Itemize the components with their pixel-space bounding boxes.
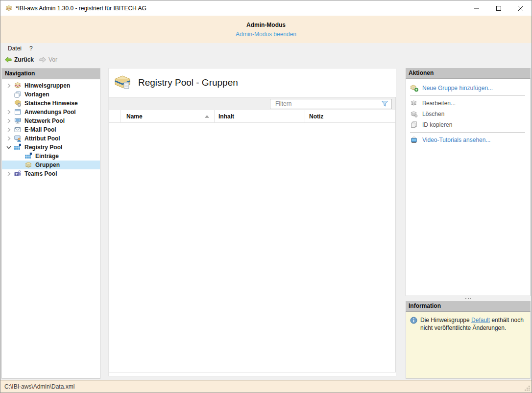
attribute-pool-icon: [14, 135, 22, 142]
minimize-icon: [474, 6, 479, 11]
admin-mode-title: Admin-Modus: [246, 22, 286, 28]
admin-mode-exit-link[interactable]: Admin-Modus beenden: [236, 31, 296, 38]
sort-ascending-icon: [205, 115, 209, 118]
information-header: Information: [406, 301, 531, 312]
minimize-button[interactable]: [465, 0, 487, 16]
titlebar: *IBI-aws Admin 1.30.0 - registriert für …: [0, 0, 532, 16]
nav-item-hinweisgruppen[interactable]: Hinweisgruppen: [2, 81, 100, 90]
default-group-link[interactable]: Default: [471, 317, 490, 324]
panel-splitter-handle[interactable]: [406, 296, 531, 301]
maximize-button[interactable]: [487, 0, 509, 16]
app-window: *IBI-aws Admin 1.30.0 - registriert für …: [0, 0, 532, 393]
nav-item-registry-pool[interactable]: Registry Pool: [2, 143, 100, 152]
action-label: Bearbeiten...: [422, 100, 456, 107]
nav-item-eintraege[interactable]: Einträge: [2, 152, 100, 161]
teams-pool-icon: [14, 170, 22, 178]
nav-item-attribut-pool[interactable]: Attribut Pool: [2, 134, 100, 143]
actions-separator: [410, 95, 525, 96]
nav-item-statische-hinweise[interactable]: Statische Hinweise: [2, 99, 100, 108]
add-group-icon: [410, 84, 418, 92]
column-header-name[interactable]: Name: [121, 110, 215, 122]
information-message: Die Hinweisgruppe Default enthält noch n…: [420, 316, 526, 374]
data-file-path: C:\IBI-aws\Admin\Data.xml: [4, 383, 74, 390]
menu-datei[interactable]: Datei: [4, 44, 25, 53]
chevron-right-icon[interactable]: [4, 135, 14, 142]
content-area: Navigation Hinweisgruppen: [0, 66, 532, 380]
email-pool-icon: [14, 126, 22, 134]
menu-help[interactable]: ?: [25, 44, 37, 53]
nav-item-label: Registry Pool: [24, 144, 62, 151]
registry-pool-icon: [14, 143, 22, 151]
column-label: Notiz: [309, 113, 323, 120]
registry-groups-icon: [114, 75, 131, 91]
forward-label: Vor: [48, 56, 57, 63]
nav-item-label: Anwendungs Pool: [24, 109, 76, 116]
action-edit[interactable]: Bearbeiten...: [406, 98, 530, 109]
nav-item-label: Statische Hinweise: [24, 100, 78, 107]
actions-separator: [410, 132, 525, 133]
back-button[interactable]: Zurück: [3, 55, 35, 64]
chevron-down-icon[interactable]: [4, 143, 14, 151]
information-panel: Die Hinweisgruppe Default enthält noch n…: [406, 312, 531, 379]
video-tutorials-icon: [410, 136, 418, 144]
nav-item-label: Attribut Pool: [24, 135, 60, 142]
delete-group-icon: [410, 110, 418, 118]
chevron-right-icon[interactable]: [4, 170, 14, 178]
copy-id-icon: [410, 121, 418, 129]
action-video-tutorials[interactable]: Video-Tutorials ansehen...: [406, 135, 530, 145]
nav-item-vorlagen[interactable]: Vorlagen: [2, 90, 100, 99]
edit-group-icon: [410, 99, 418, 107]
nav-item-email-pool[interactable]: E-Mail Pool: [2, 125, 100, 134]
nav-item-anwendungs-pool[interactable]: Anwendungs Pool: [2, 108, 100, 116]
action-copy-id[interactable]: ID kopieren: [406, 119, 530, 130]
navigation-tree: Hinweisgruppen Vorlagen: [2, 79, 100, 178]
static-hints-icon: [14, 99, 22, 107]
chevron-right-icon[interactable]: [4, 108, 14, 116]
close-button[interactable]: [509, 0, 532, 16]
info-icon: [410, 317, 417, 324]
admin-mode-banner: Admin-Modus Admin-Modus beenden: [0, 16, 532, 43]
info-text-before: Die Hinweisgruppe: [420, 317, 471, 324]
nav-item-teams-pool[interactable]: Teams Pool: [2, 169, 100, 178]
action-add-group[interactable]: Neue Gruppe hinzufügen...: [406, 83, 530, 93]
column-header-notiz[interactable]: Notiz: [305, 110, 395, 122]
filter-row: [109, 97, 395, 110]
chevron-right-icon[interactable]: [4, 82, 14, 90]
table-body-empty[interactable]: [109, 123, 395, 372]
chevron-right-icon[interactable]: [4, 117, 14, 125]
nav-item-gruppen[interactable]: Gruppen: [2, 161, 100, 169]
forward-button[interactable]: Vor: [37, 55, 59, 64]
expander-spacer: [4, 99, 14, 107]
resize-grip[interactable]: [524, 385, 531, 392]
close-icon: [518, 6, 523, 11]
action-label: Löschen: [422, 111, 444, 117]
hint-groups-icon: [14, 82, 22, 90]
filter-input[interactable]: [270, 100, 381, 107]
nav-item-netzwerk-pool[interactable]: Netzwerk Pool: [2, 116, 100, 125]
action-label: Video-Tutorials ansehen...: [422, 137, 490, 143]
network-pool-icon: [14, 117, 22, 125]
navigation-panel: Navigation Hinweisgruppen: [1, 68, 100, 379]
nav-item-label: Vorlagen: [24, 91, 49, 98]
column-header-spacer: [109, 110, 121, 122]
app-logo-icon: [5, 4, 13, 12]
table-header: Name Inhalt Notiz: [109, 110, 395, 123]
action-delete[interactable]: Löschen: [406, 109, 530, 119]
filter-funnel-icon[interactable]: [381, 100, 388, 107]
nav-item-label: Netzwerk Pool: [24, 117, 65, 124]
toolbar: Zurück Vor: [0, 53, 532, 66]
filter-box: [270, 99, 392, 109]
navigation-header: Navigation: [2, 69, 100, 79]
main-panel: Registry Pool - Gruppen Name: [108, 68, 396, 376]
maximize-icon: [496, 6, 501, 11]
actions-panel: Neue Gruppe hinzufügen... Bearbeiten...: [406, 79, 531, 296]
arrow-left-icon: [4, 56, 12, 64]
chevron-right-icon[interactable]: [4, 126, 14, 134]
nav-item-label: Gruppen: [35, 162, 60, 168]
groups-icon: [24, 161, 32, 169]
column-label: Name: [126, 113, 143, 120]
right-column: Aktionen Neue Gruppe hinzufügen...: [406, 68, 531, 379]
column-label: Inhalt: [218, 113, 234, 120]
nav-item-label: E-Mail Pool: [24, 126, 56, 133]
column-header-inhalt[interactable]: Inhalt: [215, 110, 305, 122]
